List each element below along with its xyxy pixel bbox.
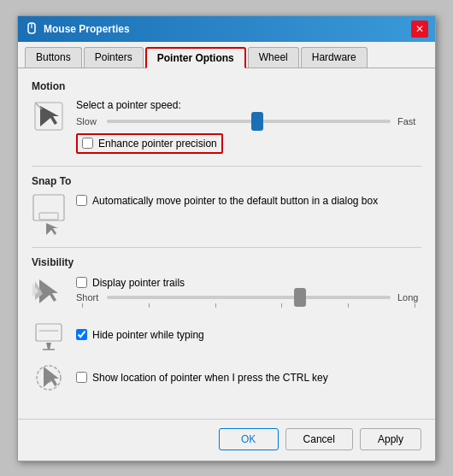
visibility-section: Visibility Display pointer trails <box>32 256 421 395</box>
slow-label: Slow <box>76 116 100 126</box>
mouse-properties-dialog: Mouse Properties ✕ Buttons Pointers Poin… <box>17 15 436 461</box>
tick-marks <box>76 303 421 308</box>
apply-button[interactable]: Apply <box>360 428 421 450</box>
trail-slider-track[interactable] <box>107 296 391 299</box>
mouse-icon <box>25 22 38 36</box>
long-label: Long <box>397 292 421 303</box>
trail-icon <box>32 275 66 309</box>
trail-icon-svg <box>32 276 65 309</box>
speed-slider-thumb[interactable] <box>251 112 263 131</box>
tick-1 <box>82 303 83 308</box>
hide-controls: Hide pointer while typing <box>76 329 421 341</box>
ok-button[interactable]: OK <box>219 428 279 450</box>
tab-wheel[interactable]: Wheel <box>248 47 299 68</box>
visibility-title: Visibility <box>32 256 421 268</box>
title-bar: Mouse Properties ✕ <box>18 16 435 42</box>
snap-to-title: Snap To <box>32 175 421 187</box>
locate-checkbox-row: Show location of pointer when I press th… <box>76 372 421 384</box>
snap-to-section: Snap To Automatically move pointer to th… <box>32 175 421 235</box>
speed-label: Select a pointer speed: <box>76 99 421 111</box>
svg-rect-6 <box>39 213 58 220</box>
locate-checkbox[interactable] <box>76 372 87 383</box>
motion-title: Motion <box>32 80 421 92</box>
title-bar-left: Mouse Properties <box>25 22 130 36</box>
hide-icon-svg <box>32 319 65 351</box>
locate-icon-svg <box>32 361 65 394</box>
enhance-precision-checkbox[interactable] <box>82 138 93 149</box>
short-label: Short <box>76 292 100 303</box>
svg-marker-13 <box>46 343 51 350</box>
motion-controls: Select a pointer speed: Slow Fast Enhanc… <box>76 99 421 154</box>
button-bar: OK Cancel Apply <box>18 419 435 461</box>
enhance-precision-row: Enhance pointer precision <box>76 133 223 154</box>
divider-1 <box>32 166 421 167</box>
snap-to-body: Automatically move pointer to the defaul… <box>32 194 421 235</box>
trail-slider-row: Short Long <box>76 292 421 303</box>
trail-slider-thumb[interactable] <box>294 288 306 307</box>
pointer-speed-icon <box>33 101 64 132</box>
snap-controls: Automatically move pointer to the defaul… <box>76 194 421 209</box>
hide-label[interactable]: Hide pointer while typing <box>92 329 204 341</box>
tick-2 <box>149 303 150 308</box>
tick-3 <box>215 303 216 308</box>
speed-slider-track[interactable] <box>107 120 391 123</box>
locate-label[interactable]: Show location of pointer when I press th… <box>92 372 328 384</box>
svg-line-4 <box>35 103 42 109</box>
tab-pointer-options[interactable]: Pointer Options <box>145 47 246 68</box>
content-area: Motion Select a pointer speed: Slow <box>18 68 435 419</box>
locate-icon <box>32 361 66 395</box>
auto-move-checkbox[interactable] <box>76 195 87 206</box>
tab-pointers[interactable]: Pointers <box>84 47 144 68</box>
trail-label[interactable]: Display pointer trails <box>92 277 185 289</box>
speed-slider-row: Slow Fast <box>76 116 421 126</box>
hide-icon <box>32 318 66 352</box>
close-button[interactable]: ✕ <box>411 21 428 38</box>
tabs-bar: Buttons Pointers Pointer Options Wheel H… <box>18 42 435 68</box>
tab-hardware[interactable]: Hardware <box>301 47 368 68</box>
svg-rect-5 <box>33 195 64 220</box>
locate-row: Show location of pointer when I press th… <box>32 361 421 395</box>
hide-row: Hide pointer while typing <box>32 318 421 352</box>
slider-fill <box>107 120 263 123</box>
svg-marker-17 <box>44 367 59 387</box>
trail-checkbox-row: Display pointer trails <box>76 277 421 289</box>
snap-to-icon <box>32 194 66 235</box>
enhance-precision-label[interactable]: Enhance pointer precision <box>98 138 217 150</box>
svg-rect-11 <box>36 324 62 341</box>
tab-buttons[interactable]: Buttons <box>25 47 82 68</box>
auto-move-label[interactable]: Automatically move pointer to the defaul… <box>92 194 378 209</box>
window-title: Mouse Properties <box>44 23 130 35</box>
divider-2 <box>32 247 421 248</box>
motion-body: Select a pointer speed: Slow Fast Enhanc… <box>32 99 421 154</box>
tick-4 <box>281 303 282 308</box>
cancel-button[interactable]: Cancel <box>285 428 353 450</box>
svg-marker-7 <box>46 223 58 235</box>
trail-row: Display pointer trails Short Long <box>32 275 421 309</box>
svg-marker-8 <box>39 279 58 303</box>
auto-move-row: Automatically move pointer to the defaul… <box>76 194 421 209</box>
hide-checkbox[interactable] <box>76 329 87 340</box>
snap-icon-svg <box>32 194 65 235</box>
tick-5 <box>348 303 349 308</box>
locate-controls: Show location of pointer when I press th… <box>76 372 421 384</box>
motion-icon <box>32 99 66 133</box>
trail-checkbox[interactable] <box>76 277 87 288</box>
svg-marker-3 <box>40 106 59 126</box>
hide-checkbox-row: Hide pointer while typing <box>76 329 421 341</box>
tick-6 <box>415 303 415 308</box>
motion-section: Motion Select a pointer speed: Slow <box>32 80 421 154</box>
trail-controls: Display pointer trails Short Long <box>76 277 421 308</box>
fast-label: Fast <box>397 116 421 126</box>
